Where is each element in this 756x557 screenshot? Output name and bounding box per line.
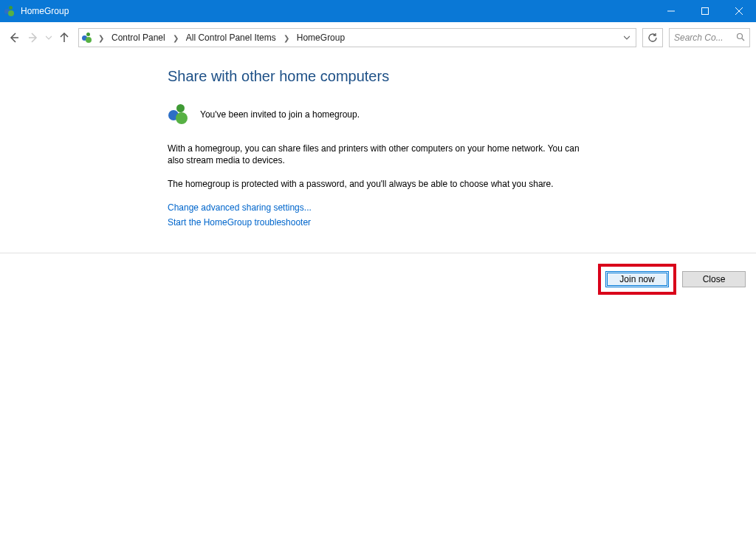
address-bar[interactable]: ❯ Control Panel ❯ All Control Panel Item… bbox=[78, 28, 636, 47]
minimize-button[interactable] bbox=[654, 0, 688, 22]
up-button[interactable] bbox=[56, 30, 72, 46]
body-paragraph: The homegroup is protected with a passwo… bbox=[168, 178, 588, 190]
homegroup-icon bbox=[4, 5, 16, 17]
homegroup-icon bbox=[82, 32, 94, 44]
search-icon bbox=[736, 33, 745, 44]
body-paragraph: With a homegroup, you can share files an… bbox=[168, 143, 588, 166]
main-content: Share with other home computers You've b… bbox=[168, 68, 588, 232]
join-now-button[interactable]: Join now bbox=[605, 271, 669, 287]
navigation-bar: ❯ Control Panel ❯ All Control Panel Item… bbox=[0, 22, 756, 53]
forward-button[interactable] bbox=[25, 30, 41, 46]
window-titlebar: HomeGroup bbox=[0, 0, 756, 22]
page-heading: Share with other home computers bbox=[168, 68, 588, 85]
breadcrumb-item[interactable]: All Control Panel Items bbox=[183, 33, 279, 43]
refresh-button[interactable] bbox=[642, 28, 663, 47]
start-troubleshooter-link[interactable]: Start the HomeGroup troubleshooter bbox=[168, 217, 588, 228]
search-input[interactable]: Search Co... bbox=[669, 28, 750, 47]
chevron-right-icon[interactable]: ❯ bbox=[171, 34, 180, 42]
window-title: HomeGroup bbox=[21, 6, 69, 16]
chevron-right-icon[interactable]: ❯ bbox=[282, 34, 291, 42]
button-bar: Join now Close bbox=[0, 253, 756, 305]
svg-line-8 bbox=[742, 38, 744, 41]
svg-rect-1 bbox=[702, 8, 709, 15]
close-button[interactable] bbox=[722, 0, 756, 22]
invite-text: You've been invited to join a homegroup. bbox=[200, 109, 360, 120]
homegroup-icon bbox=[168, 103, 191, 126]
annotation-highlight: Join now bbox=[598, 264, 676, 295]
back-button[interactable] bbox=[6, 30, 22, 46]
breadcrumb-item[interactable]: Control Panel bbox=[109, 33, 168, 43]
search-placeholder: Search Co... bbox=[674, 33, 724, 43]
change-sharing-settings-link[interactable]: Change advanced sharing settings... bbox=[168, 202, 588, 213]
svg-point-7 bbox=[738, 33, 743, 38]
breadcrumb-item[interactable]: HomeGroup bbox=[294, 33, 348, 43]
close-panel-button[interactable]: Close bbox=[682, 271, 746, 287]
recent-locations-dropdown[interactable] bbox=[44, 30, 53, 46]
maximize-button[interactable] bbox=[688, 0, 722, 22]
address-dropdown-icon[interactable] bbox=[621, 33, 633, 43]
chevron-right-icon[interactable]: ❯ bbox=[97, 34, 106, 42]
